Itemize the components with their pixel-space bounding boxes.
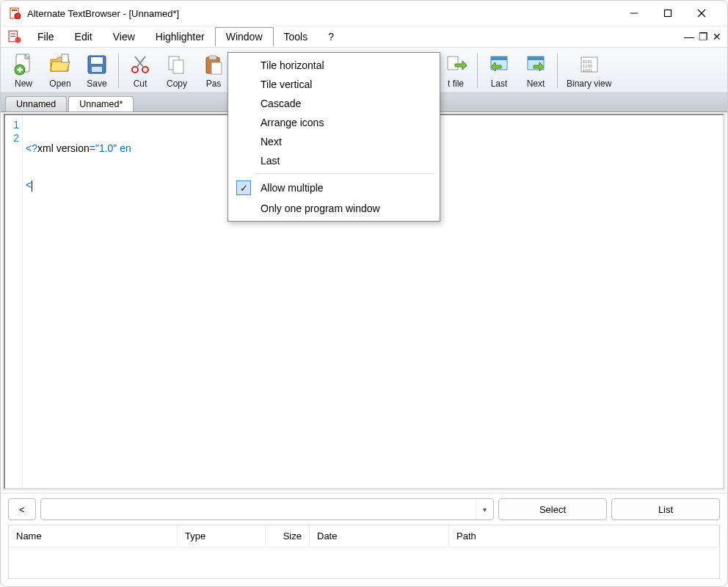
tab-unnamed-modified[interactable]: Unnamed* [68, 96, 134, 112]
toolbar-separator [118, 53, 119, 88]
toolbar-binary-label: Binary view [567, 79, 611, 89]
menu-view[interactable]: View [103, 28, 145, 45]
menu-only-one-window[interactable]: Only one program window [228, 199, 440, 218]
svg-rect-26 [209, 56, 216, 59]
toolbar-next[interactable]: Next [517, 50, 554, 91]
toolbar-binary[interactable]: 010111001001 Binary view [561, 50, 617, 91]
col-name[interactable]: Name [9, 525, 178, 547]
line-number-gutter: 1 2 [5, 115, 23, 488]
menu-allow-multiple[interactable]: ✓ Allow multiple [228, 177, 440, 199]
minimize-button[interactable] [617, 2, 651, 24]
svg-rect-4 [665, 10, 671, 17]
svg-point-2 [15, 13, 21, 19]
svg-rect-32 [528, 56, 544, 60]
window-title: Alternate TextBrowser - [Unnamed*] [27, 8, 617, 19]
window-next-icon [523, 52, 548, 77]
menu-window[interactable]: Window [215, 27, 274, 46]
svg-rect-9 [10, 36, 15, 37]
scissors-icon [128, 52, 153, 77]
menu-highlighter[interactable]: Highlighter [145, 28, 215, 45]
arrow-right-file-icon [443, 52, 468, 77]
mdi-controls: — ❐ ✕ [684, 31, 721, 43]
col-path[interactable]: Path [449, 525, 719, 547]
toolbar-cut-label: Cut [134, 79, 148, 89]
menu-next-window[interactable]: Next [228, 132, 440, 151]
toolbar-next-file-label: t file [448, 79, 464, 89]
toolbar-separator [557, 53, 558, 88]
toolbar-new[interactable]: New [5, 50, 42, 91]
maximize-button[interactable] [651, 2, 685, 24]
copy-icon [164, 52, 189, 77]
svg-rect-24 [173, 60, 183, 73]
checkmark-icon: ✓ [236, 181, 251, 195]
toolbar-last[interactable]: Last [481, 50, 517, 91]
toolbar-cut[interactable]: Cut [122, 50, 159, 91]
select-button[interactable]: Select [498, 498, 607, 520]
toolbar-new-label: New [15, 79, 32, 89]
menu-app-icon [8, 30, 21, 43]
window-controls [617, 2, 718, 24]
new-file-icon [11, 52, 36, 77]
toolbar-next-label: Next [527, 79, 545, 89]
menu-file[interactable]: File [27, 28, 65, 45]
app-icon [10, 7, 21, 19]
menu-tile-horizontal[interactable]: Tile horizontal [228, 56, 440, 75]
svg-point-10 [15, 37, 21, 43]
menu-help[interactable]: ? [318, 28, 344, 45]
binary-icon: 010111001001 [577, 52, 602, 77]
svg-rect-8 [10, 34, 15, 34]
svg-line-21 [136, 56, 145, 68]
mdi-close-icon[interactable]: ✕ [713, 31, 721, 43]
menu-edit[interactable]: Edit [65, 28, 103, 45]
svg-rect-27 [211, 62, 222, 74]
list-body[interactable] [8, 547, 720, 579]
paste-icon [201, 52, 226, 77]
tab-unnamed[interactable]: Unnamed [5, 96, 67, 112]
close-button[interactable] [685, 2, 718, 24]
menu-arrange-icons[interactable]: Arrange icons [228, 113, 440, 132]
menu-last-window[interactable]: Last [228, 151, 440, 170]
svg-rect-18 [92, 67, 102, 72]
path-combo[interactable]: ▾ [40, 498, 494, 520]
col-size[interactable]: Size [266, 525, 310, 547]
toolbar-open[interactable]: Open [42, 50, 79, 91]
svg-text:1001: 1001 [583, 68, 593, 73]
lt-button[interactable]: < [8, 498, 36, 520]
mdi-minimize-icon[interactable]: — [684, 31, 694, 43]
search-row: < ▾ Select List [8, 498, 720, 520]
svg-rect-1 [12, 10, 17, 11]
toolbar-next-file[interactable]: t file [437, 50, 474, 91]
toolbar-save[interactable]: Save [79, 50, 115, 91]
bottom-panel: < ▾ Select List Name Type Size Date Path [1, 492, 727, 586]
svg-rect-15 [62, 54, 68, 62]
open-folder-icon [48, 52, 73, 77]
toolbar-last-label: Last [491, 79, 508, 89]
list-button[interactable]: List [611, 498, 720, 520]
col-date[interactable]: Date [310, 525, 449, 547]
toolbar-copy[interactable]: Copy [159, 50, 195, 91]
menu-cascade[interactable]: Cascade [228, 94, 440, 113]
menu-separator [255, 173, 434, 174]
mdi-restore-icon[interactable]: ❐ [699, 31, 708, 43]
col-type[interactable]: Type [178, 525, 266, 547]
list-header: Name Type Size Date Path [8, 525, 720, 547]
title-bar: Alternate TextBrowser - [Unnamed*] [1, 1, 727, 26]
chevron-down-icon[interactable]: ▾ [476, 499, 493, 519]
toolbar-paste-label: Pas [206, 79, 222, 89]
toolbar-save-label: Save [87, 79, 106, 89]
text-cursor [32, 181, 32, 192]
menu-tile-vertical[interactable]: Tile vertical [228, 75, 440, 94]
save-icon [84, 52, 109, 77]
menu-bar: File Edit View Highlighter Window Tools … [1, 26, 727, 48]
toolbar-separator [477, 53, 478, 88]
toolbar-copy-label: Copy [167, 79, 187, 89]
menu-tools[interactable]: Tools [274, 28, 318, 45]
svg-rect-30 [491, 56, 507, 60]
window-last-icon [487, 52, 512, 77]
svg-rect-17 [91, 57, 103, 64]
line-number: 2 [5, 131, 19, 145]
toolbar-paste[interactable]: Pas [195, 50, 232, 91]
svg-rect-28 [448, 56, 458, 70]
window-menu-dropdown: Tile horizontal Tile vertical Cascade Ar… [228, 52, 440, 222]
toolbar-open-label: Open [49, 79, 70, 89]
